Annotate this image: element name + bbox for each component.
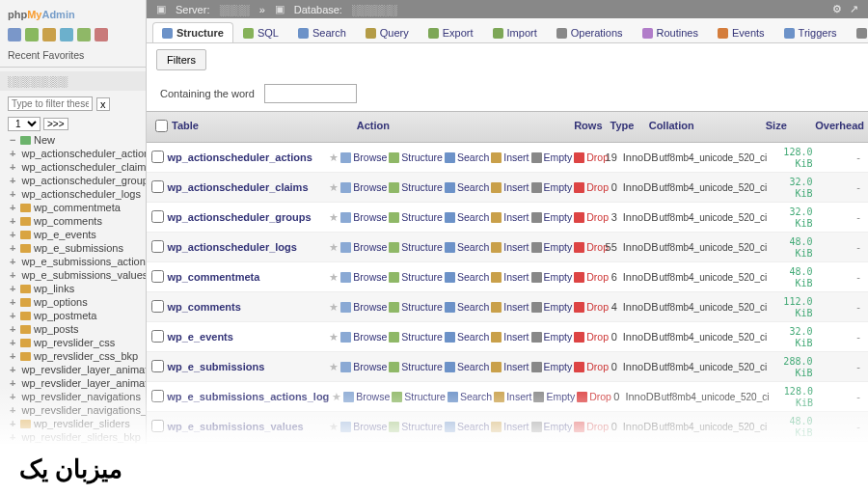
tree-page-select[interactable]: 1 xyxy=(8,117,41,131)
action-browse[interactable]: Browse xyxy=(340,271,387,283)
tree-item[interactable]: +wp_actionscheduler_logs xyxy=(0,187,146,201)
exit-icon[interactable]: ↗ xyxy=(850,3,858,15)
tab-operations[interactable]: Operations xyxy=(547,22,633,42)
refresh-icon[interactable] xyxy=(25,28,39,41)
action-insert[interactable]: Insert xyxy=(491,331,529,343)
action-search[interactable]: Search xyxy=(445,301,489,313)
action-empty[interactable]: Empty xyxy=(531,211,573,223)
table-link[interactable]: wp_actionscheduler_groups xyxy=(167,211,311,223)
action-search[interactable]: Search xyxy=(445,361,489,372)
row-checkbox[interactable] xyxy=(151,210,164,223)
table-link[interactable]: wp_e_events xyxy=(167,331,232,343)
action-empty[interactable]: Empty xyxy=(533,391,575,402)
action-search[interactable]: Search xyxy=(445,211,489,223)
action-search[interactable]: Search xyxy=(445,421,489,432)
row-checkbox[interactable] xyxy=(151,300,164,313)
tab-routines[interactable]: Routines xyxy=(633,22,708,42)
action-insert[interactable]: Insert xyxy=(491,301,529,313)
star-icon[interactable]: ★ xyxy=(326,241,340,254)
action-browse[interactable]: Browse xyxy=(340,211,387,223)
sidebar-tabs[interactable]: Recent Favorites xyxy=(0,47,146,67)
action-search[interactable]: Search xyxy=(445,181,489,193)
gear-icon[interactable]: ⚙ xyxy=(832,3,842,15)
star-icon[interactable]: ★ xyxy=(326,271,340,284)
action-insert[interactable]: Insert xyxy=(491,211,529,223)
action-browse[interactable]: Browse xyxy=(340,421,387,432)
tree-item[interactable]: +wp_e_submissions xyxy=(0,241,146,255)
table-link[interactable]: wp_actionscheduler_logs xyxy=(167,241,296,253)
action-empty[interactable]: Empty xyxy=(531,331,573,343)
home-icon[interactable] xyxy=(8,28,21,41)
action-empty[interactable]: Empty xyxy=(531,301,573,313)
action-structure[interactable]: Structure xyxy=(389,181,443,193)
action-search[interactable]: Search xyxy=(445,241,489,253)
table-link[interactable]: wp_e_submissions_values xyxy=(167,421,303,432)
star-icon[interactable]: ★ xyxy=(326,301,340,314)
tab-import[interactable]: Import xyxy=(483,22,547,42)
tree-filter-input[interactable] xyxy=(8,96,93,111)
row-checkbox[interactable] xyxy=(151,270,164,283)
action-empty[interactable]: Empty xyxy=(531,181,573,193)
tree-item[interactable]: +wp_revslider_css xyxy=(0,336,146,349)
row-checkbox[interactable] xyxy=(151,151,164,163)
tree-item[interactable]: +wp_revslider_sliders xyxy=(0,417,146,430)
action-browse[interactable]: Browse xyxy=(340,181,387,193)
row-checkbox[interactable] xyxy=(151,360,164,372)
tab-events[interactable]: Events xyxy=(708,22,774,42)
row-checkbox[interactable] xyxy=(151,390,164,402)
star-icon[interactable]: ★ xyxy=(326,361,340,373)
filters-toggle[interactable]: Filters xyxy=(156,49,206,70)
action-insert[interactable]: Insert xyxy=(494,391,531,402)
row-checkbox[interactable] xyxy=(151,420,164,432)
action-browse[interactable]: Browse xyxy=(343,391,390,402)
action-structure[interactable]: Structure xyxy=(389,241,443,253)
theme-icon[interactable] xyxy=(42,28,56,41)
action-search[interactable]: Search xyxy=(448,391,492,402)
tree-item[interactable]: +wp_commentmeta xyxy=(0,201,146,214)
action-empty[interactable]: Empty xyxy=(531,361,573,372)
action-browse[interactable]: Browse xyxy=(340,331,387,343)
table-link[interactable]: wp_e_submissions_actions_log xyxy=(167,391,329,402)
row-checkbox[interactable] xyxy=(151,180,164,193)
tree-item[interactable]: +wp_revslider_layer_animat xyxy=(0,376,146,390)
action-browse[interactable]: Browse xyxy=(340,361,387,372)
action-search[interactable]: Search xyxy=(445,271,489,283)
tree-item[interactable]: +wp_revslider_layer_animat xyxy=(0,363,146,376)
filter-input[interactable] xyxy=(264,84,357,103)
action-insert[interactable]: Insert xyxy=(491,361,529,372)
action-empty[interactable]: Empty xyxy=(531,151,573,163)
tree-item[interactable]: +wp_postmeta xyxy=(0,309,146,322)
tree-item[interactable]: +wp_revslider_navigations_ xyxy=(0,403,146,417)
tab-export[interactable]: Export xyxy=(419,22,483,42)
row-checkbox[interactable] xyxy=(151,240,164,253)
action-browse[interactable]: Browse xyxy=(340,151,387,163)
table-link[interactable]: wp_e_submissions xyxy=(167,361,264,372)
table-link[interactable]: wp_actionscheduler_claims xyxy=(167,181,308,193)
tree-item[interactable]: +wp_actionscheduler_group xyxy=(0,174,146,187)
action-insert[interactable]: Insert xyxy=(491,181,529,193)
settings-icon[interactable] xyxy=(95,28,108,41)
tree-item[interactable]: +wp_revslider_sliders_bkp xyxy=(0,430,146,444)
star-icon[interactable]: ★ xyxy=(326,151,340,164)
action-structure[interactable]: Structure xyxy=(389,361,443,372)
table-link[interactable]: wp_commentmeta xyxy=(167,271,259,283)
tab-designer[interactable]: Designer xyxy=(847,22,868,42)
star-icon[interactable]: ★ xyxy=(326,211,340,224)
action-structure[interactable]: Structure xyxy=(392,391,446,402)
tree-item[interactable]: +wp_posts xyxy=(0,322,146,336)
tree-item[interactable]: +wp_e_submissions_action xyxy=(0,255,146,268)
action-search[interactable]: Search xyxy=(445,331,489,343)
tab-structure[interactable]: Structure xyxy=(152,22,233,42)
action-structure[interactable]: Structure xyxy=(389,211,443,223)
action-insert[interactable]: Insert xyxy=(491,271,529,283)
action-structure[interactable]: Structure xyxy=(389,301,443,313)
tree-item[interactable]: +wp_e_events xyxy=(0,228,146,241)
new-table[interactable]: −New xyxy=(0,133,146,147)
action-structure[interactable]: Structure xyxy=(389,331,443,343)
action-browse[interactable]: Browse xyxy=(340,301,387,313)
tree-item[interactable]: +wp_revslider_navigations xyxy=(0,390,146,403)
docs-icon[interactable] xyxy=(60,28,73,41)
action-browse[interactable]: Browse xyxy=(340,241,387,253)
action-structure[interactable]: Structure xyxy=(389,271,443,283)
tree-item[interactable]: +wp_revslider_css_bkp xyxy=(0,349,146,363)
